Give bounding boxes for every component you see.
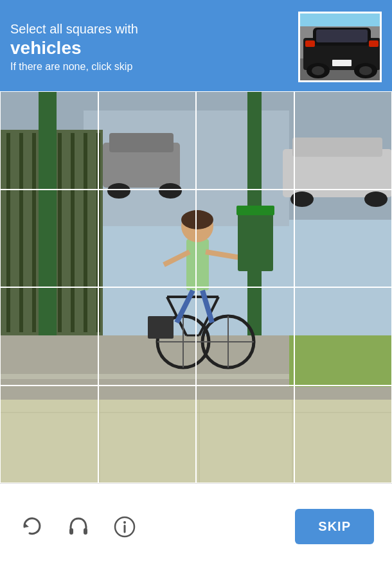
grid-cell-1-2[interactable] [196, 190, 294, 288]
grid-cell-3-3[interactable] [294, 386, 393, 484]
captcha-grid [0, 91, 392, 483]
svg-point-68 [123, 521, 126, 524]
audio-button[interactable] [64, 513, 93, 541]
svg-marker-63 [24, 523, 29, 528]
grid-cell-2-3[interactable] [294, 287, 393, 386]
skip-button[interactable]: SKIP [295, 509, 374, 544]
svg-point-9 [312, 66, 325, 75]
svg-rect-65 [84, 528, 87, 535]
info-button[interactable] [111, 513, 139, 541]
grid-cell-2-2[interactable] [196, 287, 294, 386]
grid-cell-2-0[interactable] [0, 287, 98, 386]
grid-cell-1-0[interactable] [0, 190, 98, 288]
refresh-button[interactable] [18, 513, 46, 541]
grid-cell-1-3[interactable] [294, 190, 393, 288]
svg-point-11 [359, 66, 372, 75]
prompt-line1: Select all squares with [10, 22, 298, 37]
grid-cell-1-1[interactable] [98, 190, 197, 288]
reference-image [298, 12, 382, 82]
prompt-line2: If there are none, click skip [10, 61, 298, 73]
footer-icons [18, 513, 139, 541]
grid-cell-3-2[interactable] [196, 386, 294, 484]
header-text: Select all squares with vehicles If ther… [10, 22, 298, 73]
grid-cell-3-0[interactable] [0, 386, 98, 484]
image-grid [0, 91, 392, 483]
svg-rect-5 [305, 40, 315, 47]
svg-rect-6 [369, 40, 379, 47]
svg-rect-7 [316, 30, 368, 42]
grid-cell-2-1[interactable] [98, 287, 197, 386]
grid-cell-0-3[interactable] [294, 91, 393, 190]
grid-cell-0-1[interactable] [98, 91, 197, 190]
grid-cell-0-2[interactable] [196, 91, 294, 190]
svg-rect-12 [332, 60, 352, 66]
grid-cell-0-0[interactable] [0, 91, 98, 190]
captcha-header: Select all squares with vehicles If ther… [0, 0, 392, 91]
footer: SKIP [0, 483, 392, 568]
prompt-keyword: vehicles [10, 38, 298, 58]
grid-cell-3-1[interactable] [98, 386, 197, 484]
svg-rect-64 [69, 528, 73, 535]
